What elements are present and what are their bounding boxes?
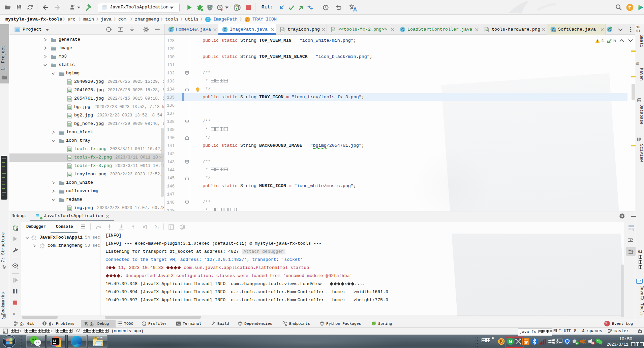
svg-text:C: C (224, 28, 226, 32)
svg-text:C: C (207, 18, 209, 22)
svg-text:I: I (158, 226, 159, 230)
svg-text:IJ: IJ (53, 339, 56, 343)
svg-text:K: K (500, 339, 503, 343)
svg-text:9: 9 (16, 238, 18, 242)
svg-text:C: C (401, 28, 404, 32)
svg-text:A: A (353, 6, 357, 12)
